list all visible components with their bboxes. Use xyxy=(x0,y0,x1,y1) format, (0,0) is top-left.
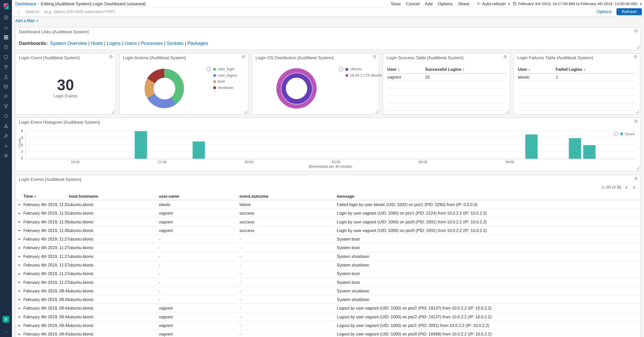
dashboard-link-packages[interactable]: Packages xyxy=(187,41,208,46)
space-selector-badge[interactable]: D xyxy=(3,316,10,323)
dashboard-link-system-overview[interactable]: System Overview xyxy=(50,41,87,46)
share-button[interactable]: Share xyxy=(458,1,470,6)
save-button[interactable]: Save xyxy=(391,1,401,6)
panel-title-login-count[interactable]: Login Count [Auditbeat System] xyxy=(19,55,79,60)
add-button[interactable]: Add xyxy=(425,1,433,6)
sidebar-item-logs[interactable] xyxy=(0,91,12,101)
query-options-link[interactable]: Options xyxy=(597,9,612,14)
sidebar-item-discover[interactable] xyxy=(0,12,12,22)
row-expand-caret[interactable]: ▸ xyxy=(19,306,20,310)
refresh-button[interactable]: Refresh xyxy=(617,8,642,15)
panel-resize-handle[interactable] xyxy=(111,110,115,114)
breadcrumb-dashboard-link[interactable]: Dashboard xyxy=(15,1,36,6)
cancel-button[interactable]: Cancel xyxy=(406,1,419,6)
dashboard-link-processes[interactable]: Processes xyxy=(141,41,163,46)
time-range-picker[interactable]: February 3rd 2019, 16:17:08.984 to Febru… xyxy=(512,1,637,6)
column-header-failed-logins[interactable]: Failed Logins ▴▾ xyxy=(556,67,636,72)
dashboard-link-users[interactable]: Users xyxy=(125,41,137,46)
panel-title-login-events[interactable]: Login Events [Auditbeat System] xyxy=(19,177,81,182)
time-forward-button[interactable]: › xyxy=(637,1,644,6)
legend-toggle-icon[interactable]: ‹ xyxy=(339,67,343,72)
panel-resize-handle[interactable] xyxy=(375,110,379,114)
histogram-bar[interactable] xyxy=(135,131,147,159)
column-header-user[interactable]: User ▴▾ xyxy=(387,67,425,72)
sidebar-item-monitoring[interactable] xyxy=(0,141,12,150)
legend-item-shutdown[interactable]: shutdown xyxy=(213,86,237,90)
nav-collapse-toggle-icon[interactable]: → xyxy=(4,328,8,335)
row-expand-caret[interactable]: ▸ xyxy=(19,237,20,241)
panel-options-gear[interactable]: ⚙ xyxy=(242,55,246,59)
options-button[interactable]: Options xyxy=(438,1,453,6)
histogram-bar[interactable] xyxy=(526,134,538,159)
column-header-user[interactable]: User ▴▾ xyxy=(518,67,556,72)
legend-item-user-login[interactable]: user_login xyxy=(213,67,237,71)
pagination-prev-button[interactable]: ‹ xyxy=(624,184,629,190)
panel-title-login-success-table[interactable]: Login Success Table [Auditbeat System] xyxy=(386,55,463,60)
panel-resize-handle[interactable] xyxy=(506,110,509,114)
row-expand-caret[interactable]: ▸ xyxy=(19,280,20,284)
auto-refresh-button[interactable]: ↻ Auto-refresh xyxy=(477,1,506,6)
sidebar-item-maps[interactable] xyxy=(0,62,12,72)
row-expand-caret[interactable]: ▸ xyxy=(19,228,20,232)
panel-resize-handle[interactable] xyxy=(244,110,248,114)
legend-toggle-icon[interactable]: ‹ xyxy=(207,67,211,72)
panel-title-login-failures-table[interactable]: Login Failures Table [Auditbeat System] xyxy=(517,55,593,60)
time-back-button[interactable]: ‹ xyxy=(506,1,512,6)
dashboard-link-sockets[interactable]: Sockets xyxy=(167,41,183,46)
row-expand-caret[interactable]: ▸ xyxy=(19,211,20,215)
sidebar-item-graph[interactable] xyxy=(0,121,12,131)
column-header-message[interactable]: message xyxy=(337,194,637,198)
panel-options-gear[interactable]: ⚙ xyxy=(503,55,507,59)
row-expand-caret[interactable]: ▸ xyxy=(19,332,20,336)
sidebar-item-machine-learning[interactable] xyxy=(0,72,12,81)
sidebar-item-dashboard[interactable] xyxy=(0,32,12,42)
panel-options-gear[interactable]: ⚙ xyxy=(633,55,637,59)
kibana-logo[interactable] xyxy=(0,0,12,12)
sidebar-item-apm[interactable] xyxy=(0,101,12,111)
panel-resize-handle[interactable] xyxy=(636,110,639,114)
column-header-successful-logins[interactable]: Successful Logins ▴▾ xyxy=(425,67,506,72)
panel-title-dashboard-links[interactable]: Dashboard Links [Auditbeat System] xyxy=(19,29,89,34)
row-expand-caret[interactable]: ▸ xyxy=(19,272,20,275)
sidebar-item-uptime[interactable] xyxy=(0,111,12,121)
column-header-user[interactable]: user.name xyxy=(159,194,239,198)
panel-resize-handle[interactable] xyxy=(636,46,640,49)
row-expand-caret[interactable]: ▸ xyxy=(19,315,20,319)
row-expand-caret[interactable]: ▸ xyxy=(19,203,20,206)
column-header-outcome[interactable]: event.outcome xyxy=(239,194,337,198)
sidebar-item-canvas[interactable] xyxy=(0,52,12,62)
search-input[interactable] xyxy=(25,9,592,14)
sidebar-item-timelion[interactable] xyxy=(0,42,12,52)
sidebar-item-visualize[interactable] xyxy=(0,22,12,32)
legend-item-ubuntu[interactable]: Ubuntu xyxy=(345,67,389,71)
sidebar-item-management[interactable] xyxy=(0,151,12,160)
histogram-bar[interactable] xyxy=(583,145,596,159)
column-header-time[interactable]: Time▾ xyxy=(23,194,69,198)
login-os-donut-chart[interactable] xyxy=(276,68,317,109)
pagination-next-button[interactable]: › xyxy=(632,184,636,190)
panel-title-login-os-distribution[interactable]: Login OS Distribution [Auditbeat System] xyxy=(256,55,334,60)
add-filter-link[interactable]: Add a filter + xyxy=(15,18,38,23)
sidebar-item-dev-tools[interactable] xyxy=(0,131,12,141)
dashboard-link-hosts[interactable]: Hosts xyxy=(91,41,103,46)
panel-title-login-actions[interactable]: Login Actions [Auditbeat System] xyxy=(123,55,186,60)
sidebar-item-infrastructure[interactable] xyxy=(0,81,12,91)
row-expand-caret[interactable]: ▸ xyxy=(19,246,20,250)
panel-options-gear[interactable]: ⚙ xyxy=(634,176,638,181)
column-header-host[interactable]: host.hostname xyxy=(69,194,159,198)
row-expand-caret[interactable]: ▸ xyxy=(19,289,20,293)
login-actions-donut-chart[interactable] xyxy=(145,69,184,108)
row-expand-caret[interactable]: ▸ xyxy=(19,297,20,301)
panel-options-gear[interactable]: ⚙ xyxy=(109,55,113,59)
legend-item-boot[interactable]: boot xyxy=(213,79,237,83)
panel-options-gear[interactable]: ⚙ xyxy=(634,119,638,124)
histogram-bar[interactable] xyxy=(569,138,581,159)
row-expand-caret[interactable]: ▸ xyxy=(19,323,20,327)
panel-resize-handle[interactable] xyxy=(636,166,640,170)
row-expand-caret[interactable]: ▸ xyxy=(19,263,20,267)
legend-item-18-04-1-lts-bionic-b[interactable]: 18.04.1 LTS (Bionic B... xyxy=(345,73,389,77)
panel-options-gear[interactable]: ⚙ xyxy=(373,55,377,59)
row-expand-caret[interactable]: ▸ xyxy=(19,220,20,224)
panel-title-login-event-histogram[interactable]: Login Event Histogram [Auditbeat System] xyxy=(19,120,100,125)
dashboard-link-logins[interactable]: Logins xyxy=(107,41,120,46)
